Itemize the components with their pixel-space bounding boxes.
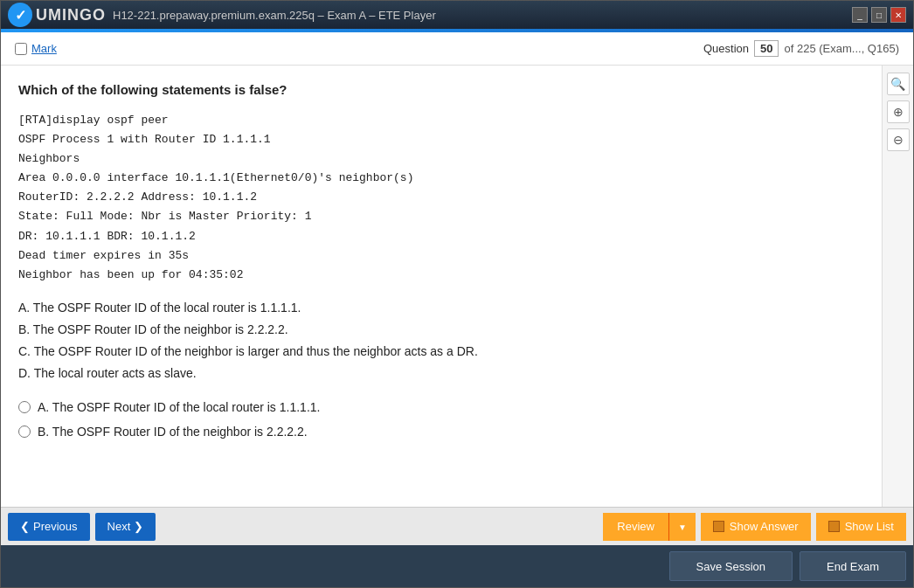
option-c: C. The OSPF Router ID of the neighbor is… [18,341,864,363]
review-button[interactable]: Review [603,513,668,541]
question-content: Which of the following statements is fal… [1,66,882,507]
end-exam-button[interactable]: End Exam [800,551,906,581]
logo-text: UMINGO [36,6,106,24]
title-bar-left: ✓ UMINGO H12-221.prepaway.premium.exam.2… [8,3,436,27]
code-line-8: Dead timer expires in 35s [18,246,864,266]
previous-button[interactable]: Previous [8,513,90,541]
chevron-right-icon [134,520,143,533]
option-b: B. The OSPF Router ID of the neighbor is… [18,319,864,341]
show-list-checkbox-icon [828,521,840,532]
logo: ✓ UMINGO [8,3,106,27]
zoom-in-icon: ⊕ [893,105,904,119]
code-line-9: Neighbor has been up for 04:35:02 [18,266,864,285]
show-answer-label: Show Answer [730,520,799,533]
question-number-badge: 50 [754,40,779,57]
mark-checkbox-input[interactable] [15,43,27,55]
question-label: Question [703,42,749,55]
question-info: of 225 (Exam..., Q165) [784,42,899,55]
zoom-out-icon: ⊖ [893,133,904,147]
radio-option-b[interactable]: B. The OSPF Router ID of the neighbor is… [18,422,864,441]
review-dropdown-button[interactable] [668,513,696,541]
window-controls: _ □ ✕ [852,7,906,23]
close-button[interactable]: ✕ [890,7,906,23]
save-session-button[interactable]: Save Session [669,551,793,581]
option-d: D. The local router acts as slave. [18,363,864,384]
maximize-button[interactable]: □ [871,7,887,23]
review-button-group: Review [603,513,696,541]
radio-option-a[interactable]: A. The OSPF Router ID of the local route… [18,398,864,417]
code-block: [RTA]display ospf peer OSPF Process 1 wi… [18,111,864,285]
chevron-left-icon [20,520,30,533]
option-a: A. The OSPF Router ID of the local route… [18,297,864,319]
code-line-7: DR: 10.1.1.1 BDR: 10.1.1.2 [18,227,864,246]
zoom-in-icon-btn[interactable]: ⊕ [887,100,910,123]
zoom-out-icon-btn[interactable]: ⊖ [887,128,910,151]
radio-label-a: A. The OSPF Router ID of the local route… [38,398,320,417]
search-icon: 🔍 [890,77,905,91]
question-header: Mark Question 50 of 225 (Exam..., Q165) [1,32,913,66]
next-button[interactable]: Next [95,513,156,541]
radio-options: A. The OSPF Router ID of the local route… [18,398,864,442]
show-answer-checkbox-icon [713,521,724,532]
code-line-1: [RTA]display ospf peer [18,111,864,130]
code-line-2: OSPF Process 1 with Router ID 1.1.1.1 [18,130,864,149]
question-number-area: Question 50 of 225 (Exam..., Q165) [703,40,899,57]
mark-checkbox-label[interactable]: Mark [15,42,57,55]
title-bar: ✓ UMINGO H12-221.prepaway.premium.exam.2… [1,1,913,29]
answer-options: A. The OSPF Router ID of the local route… [18,297,864,385]
bottom-toolbar: Previous Next Review Show Answer Show Li… [1,507,913,545]
mark-label[interactable]: Mark [31,42,57,55]
content-area: Which of the following statements is fal… [1,66,913,507]
right-sidebar: 🔍 ⊕ ⊖ [882,66,913,507]
minimize-button[interactable]: _ [852,7,868,23]
show-answer-button[interactable]: Show Answer [701,513,811,541]
previous-label: Previous [33,520,78,533]
search-icon-btn[interactable]: 🔍 [887,73,910,95]
next-label: Next [107,520,131,533]
main-window: ✓ UMINGO H12-221.prepaway.premium.exam.2… [0,0,914,588]
question-text: Which of the following statements is fal… [18,80,864,100]
code-line-3: Neighbors [18,149,864,169]
radio-label-b: B. The OSPF Router ID of the neighbor is… [38,422,308,441]
show-list-label: Show List [845,520,894,533]
window-title: H12-221.prepaway.premium.exam.225q – Exa… [113,9,436,22]
code-line-5: RouterID: 2.2.2.2 Address: 10.1.1.2 [18,188,864,207]
code-line-6: State: Full Mode: Nbr is Master Priority… [18,207,864,226]
logo-icon: ✓ [8,3,32,27]
show-list-button[interactable]: Show List [816,513,906,541]
logo-checkmark: ✓ [15,7,26,24]
code-line-4: Area 0.0.0.0 interface 10.1.1.1(Ethernet… [18,169,864,188]
chevron-down-icon [678,520,687,533]
radio-input-b[interactable] [18,425,31,438]
bottom-action-bar: Save Session End Exam [1,545,913,587]
radio-input-a[interactable] [18,401,31,413]
